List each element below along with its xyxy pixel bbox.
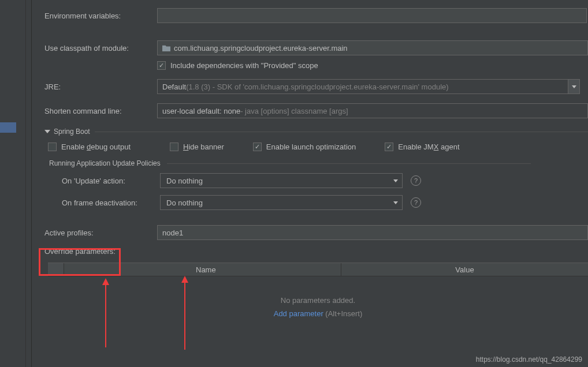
config-panel: Environment variables: Use classpath of …	[32, 0, 588, 367]
add-parameter-link[interactable]: Add parameter	[274, 309, 323, 318]
classpath-value: com.lichuang.springcloudproject.eureka-s…	[174, 44, 348, 53]
include-provided-checkbox[interactable]	[157, 61, 166, 70]
add-parameter-row: Add parameter (Alt+Insert)	[48, 309, 588, 323]
override-table: Name Value No parameters added. Add para…	[48, 263, 588, 323]
spring-boot-title: Spring Boot	[54, 128, 90, 136]
gutter-marker	[0, 122, 16, 133]
jre-select[interactable]: Default (1.8 (3) - SDK of 'com.lichuang.…	[157, 79, 568, 94]
env-vars-label: Environment variables:	[44, 12, 157, 20]
help-icon[interactable]: ?	[411, 175, 421, 186]
hide-banner-label: Hide banner	[183, 143, 224, 151]
enable-launch-label: Enable launch optimization	[266, 143, 356, 151]
empty-table-message: No parameters added.	[48, 276, 588, 309]
chevron-down-icon	[393, 201, 398, 204]
table-corner	[48, 263, 64, 276]
table-header: Name Value	[48, 263, 588, 276]
shorten-label: Shorten command line:	[44, 107, 157, 115]
on-update-select[interactable]: Do nothing	[160, 173, 403, 188]
col-name-header[interactable]: Name	[64, 263, 341, 276]
override-label: Override parameters:	[44, 247, 157, 256]
help-icon[interactable]: ?	[411, 197, 421, 208]
shorten-suffix: - java [options] classname [args]	[240, 107, 348, 115]
enable-jmx-checkbox[interactable]	[385, 143, 393, 151]
left-gutter	[0, 0, 26, 367]
on-frame-value: Do nothing	[166, 199, 203, 207]
classpath-select[interactable]: com.lichuang.springcloudproject.eureka-s…	[157, 40, 588, 55]
jre-dropdown-caret[interactable]	[568, 79, 580, 94]
on-frame-label: On frame deactivation:	[62, 199, 160, 207]
active-profiles-label: Active profiles:	[44, 229, 157, 237]
jre-prefix: Default	[162, 83, 186, 91]
chevron-down-icon	[393, 179, 398, 182]
update-policies-title: Running Application Update Policies	[49, 159, 161, 167]
hide-banner-checkbox[interactable]	[170, 143, 178, 151]
enable-jmx-label: Enable JMX agent	[398, 143, 459, 151]
shorten-prefix: user-local default: none	[162, 107, 240, 115]
chevron-down-icon	[572, 85, 576, 88]
shorten-select[interactable]: user-local default: none - java [options…	[157, 103, 588, 118]
update-policies-section: Running Application Update Policies	[32, 156, 588, 170]
on-frame-select[interactable]: Do nothing	[160, 195, 403, 210]
divider	[95, 132, 588, 132]
env-vars-input[interactable]	[157, 8, 587, 23]
on-update-label: On 'Update' action:	[62, 177, 160, 185]
divider	[167, 163, 531, 164]
jre-label: JRE:	[44, 83, 157, 91]
inner-gutter	[26, 0, 32, 367]
classpath-label: Use classpath of module:	[44, 44, 157, 53]
spring-boot-section[interactable]: Spring Boot	[32, 122, 588, 138]
enable-launch-checkbox[interactable]	[253, 143, 262, 151]
chevron-down-icon	[44, 130, 50, 133]
jre-detail: (1.8 (3) - SDK of 'com.lichuang.springcl…	[186, 83, 448, 91]
enable-debug-label: Enable debug output	[61, 143, 131, 151]
folder-icon	[162, 44, 170, 51]
col-value-header[interactable]: Value	[341, 263, 588, 276]
watermark: https://blog.csdn.net/qq_42864299	[476, 355, 582, 364]
add-parameter-hint: (Alt+Insert)	[323, 309, 363, 318]
enable-debug-checkbox[interactable]	[48, 143, 57, 151]
include-provided-label: Include dependencies with "Provided" sco…	[170, 61, 318, 70]
active-profiles-input[interactable]: node1	[157, 225, 588, 240]
on-update-value: Do nothing	[166, 177, 203, 185]
